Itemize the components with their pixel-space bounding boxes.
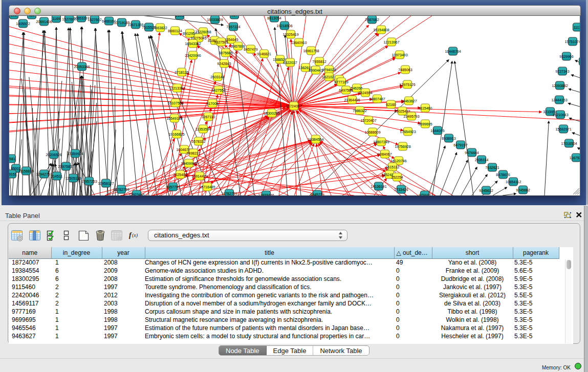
svg-text:17654923: 17654923 <box>400 130 416 134</box>
svg-text:3498222: 3498222 <box>186 151 200 155</box>
svg-text:116: 116 <box>29 16 34 17</box>
svg-text:12505135: 12505135 <box>65 177 81 180</box>
svg-text:252254: 252254 <box>391 176 403 179</box>
svg-text:7581: 7581 <box>9 157 15 161</box>
svg-text:12975125: 12975125 <box>399 83 415 86</box>
svg-text:8813054: 8813054 <box>267 16 281 20</box>
svg-text:10653287: 10653287 <box>73 16 89 20</box>
svg-text:9242845: 9242845 <box>217 62 231 65</box>
svg-text:13640910: 13640910 <box>291 41 307 45</box>
svg-text:11156819: 11156819 <box>18 169 34 173</box>
svg-text:1644095: 1644095 <box>430 129 444 133</box>
svg-text:8457479: 8457479 <box>244 48 257 51</box>
svg-text:16210643: 16210643 <box>552 113 568 117</box>
svg-text:12942757: 12942757 <box>36 172 52 176</box>
svg-text:7955812: 7955812 <box>312 60 326 63</box>
svg-text:18300295: 18300295 <box>264 112 279 115</box>
svg-text:16782759: 16782759 <box>113 188 129 191</box>
svg-text:16549183: 16549183 <box>166 117 182 120</box>
svg-text:12444153: 12444153 <box>551 98 567 102</box>
svg-text:7485063: 7485063 <box>398 68 412 72</box>
svg-text:21364436: 21364436 <box>344 98 360 102</box>
svg-text:16782759: 16782759 <box>221 192 237 195</box>
svg-text:6322037: 6322037 <box>283 61 297 64</box>
svg-text:16033809: 16033809 <box>207 18 223 21</box>
svg-text:9115460: 9115460 <box>419 106 432 110</box>
svg-text:12923446: 12923446 <box>128 193 144 196</box>
svg-text:12213967: 12213967 <box>383 40 399 44</box>
svg-text:10688609: 10688609 <box>364 130 380 134</box>
svg-text:15720407: 15720407 <box>360 119 376 122</box>
svg-text:12923446: 12923446 <box>258 193 274 196</box>
svg-text:114511: 114511 <box>51 174 62 178</box>
svg-text:20691406: 20691406 <box>36 20 52 24</box>
svg-text:19166825: 19166825 <box>168 133 184 136</box>
svg-text:1167534: 1167534 <box>570 156 580 160</box>
svg-text:10671355: 10671355 <box>127 23 143 27</box>
svg-text:15716485: 15716485 <box>199 185 215 189</box>
svg-text:14136141: 14136141 <box>371 185 386 188</box>
svg-text:957: 957 <box>231 16 237 17</box>
svg-text:8938913: 8938913 <box>442 137 455 140</box>
svg-text:917006: 917006 <box>206 102 218 105</box>
svg-text:10654112: 10654112 <box>506 180 521 184</box>
svg-text:1405572: 1405572 <box>16 22 30 26</box>
svg-text:9794028: 9794028 <box>322 68 336 72</box>
svg-text:16409948: 16409948 <box>181 162 197 165</box>
svg-text:9474444: 9474444 <box>465 151 478 155</box>
svg-text:1733426: 1733426 <box>394 188 408 191</box>
svg-text:(x): (x) <box>132 232 138 238</box>
svg-text:1169: 1169 <box>52 17 60 20</box>
svg-text:9327505: 9327505 <box>214 40 228 44</box>
svg-text:9329966: 9329966 <box>559 55 573 58</box>
svg-text:18807249: 18807249 <box>373 140 389 144</box>
svg-text:2718126: 2718126 <box>175 71 188 74</box>
svg-text:15751074: 15751074 <box>564 40 580 43</box>
svg-text:62160: 62160 <box>386 103 396 106</box>
svg-text:7357224: 7357224 <box>226 25 240 29</box>
svg-text:19756928: 19756928 <box>395 145 410 148</box>
svg-text:2935114: 2935114 <box>475 158 489 162</box>
svg-text:6479197: 6479197 <box>453 143 467 147</box>
svg-text:10973493: 10973493 <box>391 53 407 57</box>
svg-text:13325419: 13325419 <box>282 33 298 36</box>
svg-text:9146821: 9146821 <box>257 52 271 56</box>
svg-text:2087682: 2087682 <box>365 18 379 21</box>
svg-text:16154808: 16154808 <box>373 28 389 32</box>
svg-text:208: 208 <box>11 16 17 17</box>
svg-text:6497568: 6497568 <box>339 89 353 92</box>
svg-text:8660124: 8660124 <box>168 29 182 33</box>
svg-text:16914479: 16914479 <box>191 174 207 178</box>
svg-text:11353594: 11353594 <box>195 127 211 131</box>
svg-text:12213363: 12213363 <box>169 86 185 90</box>
svg-text:14463627: 14463627 <box>401 99 417 103</box>
svg-text:1527602: 1527602 <box>88 18 101 21</box>
svg-text:10807487: 10807487 <box>369 97 385 101</box>
svg-text:23975857: 23975857 <box>58 165 74 168</box>
svg-text:2603144: 2603144 <box>210 75 224 79</box>
svg-text:7632621: 7632621 <box>485 166 499 169</box>
svg-text:17957253: 17957253 <box>81 180 97 183</box>
svg-text:15692971: 15692971 <box>555 127 571 131</box>
svg-text:12093882: 12093882 <box>552 84 568 87</box>
svg-text:23495793: 23495793 <box>403 115 419 118</box>
svg-text:973442: 973442 <box>419 193 430 196</box>
svg-text:10958127: 10958127 <box>98 182 114 185</box>
svg-text:16543362: 16543362 <box>185 42 201 46</box>
svg-text:8478676: 8478676 <box>496 173 510 177</box>
svg-text:2967608: 2967608 <box>231 45 245 48</box>
svg-text:19218506: 19218506 <box>276 24 292 28</box>
svg-text:16107553: 16107553 <box>167 101 183 105</box>
svg-text:9427552: 9427552 <box>211 89 225 92</box>
svg-text:23420046: 23420046 <box>185 54 201 57</box>
svg-text:16448784: 16448784 <box>445 50 461 53</box>
svg-text:5578332: 5578332 <box>191 140 205 143</box>
svg-text:39151: 39151 <box>9 172 17 176</box>
svg-text:1615112: 1615112 <box>386 165 400 169</box>
svg-text:9777169: 9777169 <box>334 80 348 84</box>
svg-text:17359924: 17359924 <box>67 152 83 156</box>
svg-text:7663822: 7663822 <box>153 26 167 30</box>
svg-text:3875685: 3875685 <box>219 51 232 55</box>
svg-text:23226058: 23226058 <box>195 30 211 34</box>
svg-text:9645779: 9645779 <box>310 193 324 196</box>
